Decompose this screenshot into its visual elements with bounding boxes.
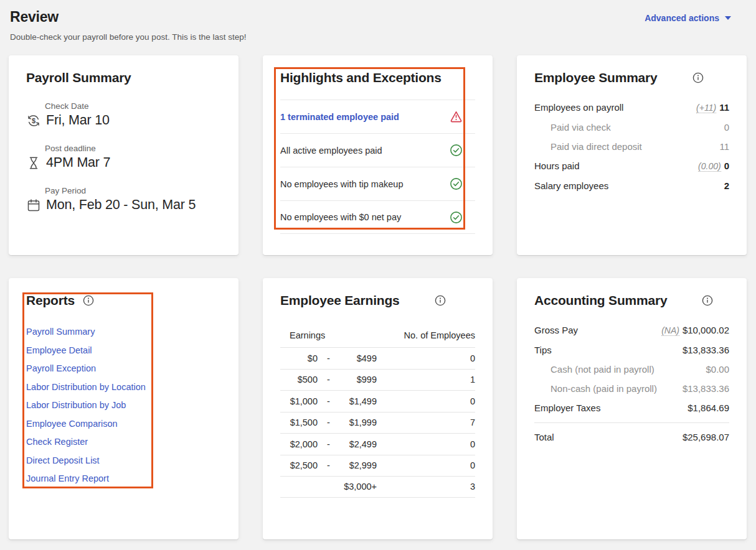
range-max: $499 — [339, 353, 377, 363]
row-value: 2 — [724, 180, 729, 191]
row-value: $13,833.36 — [683, 383, 729, 394]
paid-via-direct-deposit-row: Paid via direct deposit 11 — [534, 141, 729, 152]
payroll-summary-card: Payroll Summary Check Date Fri, Mar 10 P… — [9, 55, 239, 255]
row-value: $1,864.69 — [687, 403, 729, 413]
page-root: Review Double-check your payroll before … — [0, 0, 756, 539]
row-label: Paid via direct deposit — [550, 141, 642, 152]
card-grid: Payroll Summary Check Date Fri, Mar 10 P… — [0, 55, 756, 539]
row-annotation[interactable]: (+11) — [696, 103, 716, 113]
row-value: $10,000.02 — [683, 325, 729, 335]
total-value: $25,698.07 — [683, 432, 729, 442]
range-min: $1,000 — [280, 396, 318, 406]
employee-count: 0 — [377, 460, 475, 470]
range-min: $2,500 — [280, 460, 318, 470]
earnings-row: $2,000 - $2,499 0 — [280, 433, 475, 455]
accounting-summary-card: Accounting Summary Gross Pay (NA) $10,00… — [517, 278, 747, 539]
info-icon[interactable] — [83, 295, 94, 306]
terminated-employee-link[interactable]: 1 terminated employee paid — [280, 112, 399, 122]
gross-pay-row: Gross Pay (NA) $10,000.02 — [534, 325, 729, 336]
row-label: Paid via check — [550, 122, 611, 133]
highlight-row: No employees with $0 net pay — [280, 200, 475, 234]
highlight-row: No employees with tip makeup — [280, 167, 475, 200]
earnings-table-header: Earnings No. of Employees — [280, 330, 475, 347]
check-date-item: Check Date Fri, Mar 10 — [26, 101, 221, 128]
row-label: Employees on payroll — [534, 102, 623, 113]
report-link-journal-entry-report[interactable]: Journal Entry Report — [26, 473, 221, 484]
page-subtitle: Double-check your payroll before you pos… — [10, 32, 746, 42]
range-dash: - — [318, 375, 339, 385]
report-link-employee-detail[interactable]: Employee Detail — [26, 345, 221, 356]
report-link-check-register[interactable]: Check Register — [26, 437, 221, 447]
payroll-summary-title: Payroll Summary — [26, 70, 221, 85]
info-icon[interactable] — [435, 295, 446, 306]
report-link-labor-distribution-location[interactable]: Labor Distribution by Location — [26, 382, 221, 393]
post-deadline-item: Post deadline 4PM Mar 7 — [26, 144, 221, 170]
range-max: $1,499 — [339, 396, 377, 406]
tips-row: Tips $13,833.36 — [534, 345, 729, 355]
earnings-row: $3,000+ 3 — [280, 476, 475, 498]
highlights-title: Highlights and Exceptions — [280, 70, 475, 85]
range-dash: - — [318, 460, 339, 470]
info-icon[interactable] — [692, 72, 704, 83]
report-link-employee-comparison[interactable]: Employee Comparison — [26, 419, 221, 429]
reports-title: Reports — [26, 293, 75, 308]
calendar-icon — [26, 198, 41, 213]
row-value: 11 — [719, 102, 729, 113]
range-max: $999 — [339, 375, 377, 385]
page-header: Review Double-check your payroll before … — [0, 0, 756, 42]
post-deadline-value: 4PM Mar 7 — [46, 155, 110, 170]
pay-period-item: Pay Period Mon, Feb 20 - Sun, Mar 5 — [26, 186, 221, 213]
row-annotation[interactable]: (NA) — [661, 325, 679, 336]
page-title: Review — [10, 9, 746, 26]
earnings-row: $500 - $999 1 — [280, 369, 475, 391]
row-label: Salary employees — [534, 180, 608, 191]
total-row: Total $25,698.07 — [534, 432, 729, 442]
highlight-label: All active employees paid — [280, 146, 382, 156]
range-min: $500 — [280, 375, 318, 385]
highlight-label: No employees with $0 net pay — [280, 212, 401, 222]
row-value: 11 — [719, 141, 729, 152]
chevron-down-icon — [725, 16, 731, 20]
check-date-value: Fri, Mar 10 — [46, 113, 110, 128]
employee-summary-title: Employee Summary — [534, 70, 658, 85]
range-min: $2,000 — [280, 439, 318, 449]
cash-tips-row: Cash (not paid in payroll) $0.00 — [534, 364, 729, 375]
row-label: Cash (not paid in payroll) — [550, 364, 654, 375]
check-date-label: Check Date — [45, 101, 221, 111]
advanced-actions-label: Advanced actions — [645, 13, 719, 23]
row-value: 0 — [724, 122, 729, 133]
warning-triangle-icon — [450, 110, 463, 123]
employees-column-header: No. of Employees — [404, 330, 475, 340]
earnings-row: $2,500 - $2,999 0 — [280, 455, 475, 477]
range-max: $2,499 — [339, 439, 377, 449]
employee-count: 0 — [377, 439, 475, 449]
highlight-row: All active employees paid — [280, 133, 475, 167]
range-dash: - — [318, 396, 339, 406]
highlight-label: No employees with tip makeup — [280, 179, 403, 189]
range-dash: - — [318, 353, 339, 363]
check-circle-icon — [450, 211, 463, 224]
pay-period-label: Pay Period — [45, 186, 221, 195]
row-annotation[interactable]: (0.00) — [698, 161, 721, 172]
dollar-cycle-icon — [26, 113, 41, 128]
range-max: $1,999 — [339, 417, 377, 427]
row-label: Employer Taxes — [534, 403, 600, 413]
report-link-labor-distribution-job[interactable]: Labor Distribution by Job — [26, 400, 221, 411]
report-link-payroll-exception[interactable]: Payroll Exception — [26, 363, 221, 374]
total-divider — [534, 422, 729, 423]
highlights-list: 1 terminated employee paid All active em… — [280, 100, 475, 234]
range-min: $1,500 — [280, 417, 318, 427]
paid-via-check-row: Paid via check 0 — [534, 122, 729, 133]
report-link-payroll-summary[interactable]: Payroll Summary — [26, 327, 221, 337]
hours-paid-row: Hours paid (0.00) 0 — [534, 161, 729, 172]
employee-summary-card: Employee Summary Employees on payroll (+… — [517, 55, 747, 255]
info-icon[interactable] — [702, 295, 713, 306]
advanced-actions-button[interactable]: Advanced actions — [641, 12, 735, 24]
reports-card: Reports Payroll Summary Employee Detail … — [9, 278, 239, 539]
report-link-direct-deposit-list[interactable]: Direct Deposit List — [26, 455, 221, 466]
row-label: Gross Pay — [534, 325, 578, 335]
row-value: 0 — [724, 161, 729, 171]
employee-count: 0 — [377, 353, 475, 363]
pay-period-value: Mon, Feb 20 - Sun, Mar 5 — [46, 197, 196, 213]
row-label: Non-cash (paid in payroll) — [550, 383, 657, 394]
